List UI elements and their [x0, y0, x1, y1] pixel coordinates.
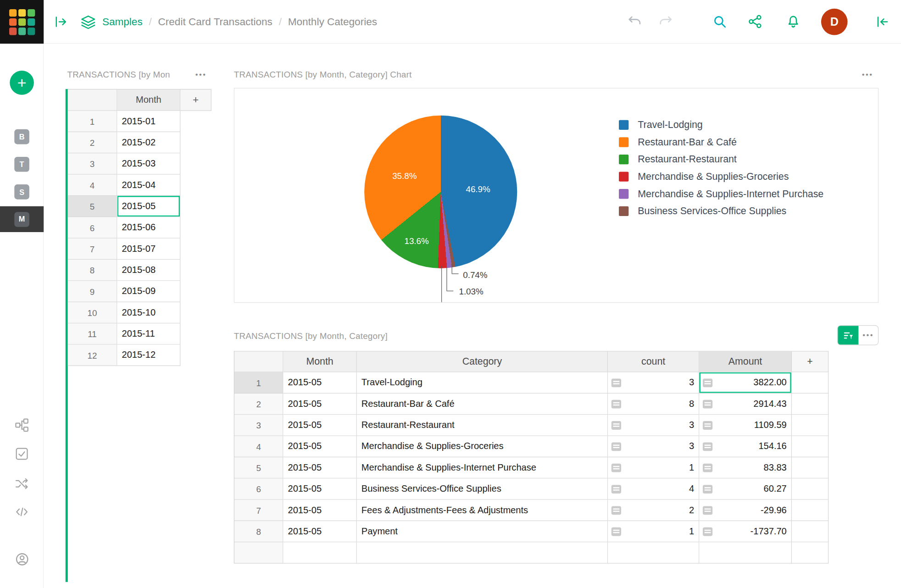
- empty-cell[interactable]: [608, 542, 699, 563]
- month-cell[interactable]: 2015-05: [284, 436, 357, 457]
- selected-month-cell[interactable]: 2015-05: [117, 196, 181, 217]
- notifications-bell-icon[interactable]: [786, 14, 800, 28]
- row-number[interactable]: 2: [68, 132, 117, 153]
- sitemap-icon[interactable]: [15, 418, 29, 432]
- sidebar-item-t[interactable]: T: [14, 157, 29, 172]
- month-cell[interactable]: 2015-02: [117, 132, 181, 153]
- legend-item[interactable]: Business Services-Office Supplies: [619, 206, 823, 216]
- count-cell[interactable]: 1: [608, 521, 699, 542]
- search-icon[interactable]: [712, 14, 726, 28]
- row-number[interactable]: 9: [68, 281, 117, 302]
- count-cell[interactable]: 1: [608, 457, 699, 478]
- count-cell[interactable]: 3: [608, 372, 699, 394]
- empty-cell[interactable]: [357, 542, 608, 563]
- empty-cell[interactable]: [792, 372, 829, 394]
- breadcrumb-sheet[interactable]: Monthly Categories: [288, 16, 377, 28]
- add-column-button[interactable]: +: [180, 89, 211, 111]
- month-cell[interactable]: 2015-09: [117, 281, 181, 302]
- row-number[interactable]: 7: [68, 239, 117, 260]
- month-cell[interactable]: 2015-03: [117, 153, 181, 174]
- count-cell[interactable]: 2: [608, 500, 699, 521]
- column-header-month[interactable]: Month: [117, 89, 181, 111]
- month-cell[interactable]: 2015-06: [117, 217, 181, 238]
- code-icon[interactable]: [15, 505, 29, 519]
- empty-cell[interactable]: [792, 500, 829, 521]
- corner-cell[interactable]: [234, 352, 283, 372]
- filter-button[interactable]: [838, 326, 858, 344]
- amount-cell[interactable]: -29.96: [699, 500, 792, 521]
- month-cell[interactable]: 2015-07: [117, 239, 181, 260]
- category-cell[interactable]: Business Services-Office Supplies: [357, 478, 608, 499]
- amount-cell[interactable]: 2914.43: [699, 394, 792, 415]
- column-header-category[interactable]: Category: [357, 352, 608, 372]
- category-cell[interactable]: Restaurant-Restaurant: [357, 415, 608, 436]
- column-header-amount[interactable]: Amount: [699, 352, 792, 372]
- empty-cell[interactable]: [699, 542, 792, 563]
- row-number[interactable]: 7: [234, 500, 283, 521]
- sidebar-item-s[interactable]: S: [14, 184, 29, 200]
- table-panel-menu[interactable]: •••: [858, 326, 878, 344]
- category-cell[interactable]: Travel-Lodging: [357, 372, 608, 394]
- empty-cell[interactable]: [792, 457, 829, 478]
- column-header-month[interactable]: Month: [284, 352, 357, 372]
- amount-cell[interactable]: 1109.59: [699, 415, 792, 436]
- month-cell[interactable]: 2015-04: [117, 175, 181, 196]
- row-number[interactable]: 2: [234, 394, 283, 415]
- breadcrumb-workbook[interactable]: Credit Card Transactions: [158, 16, 273, 28]
- share-icon[interactable]: [748, 14, 762, 28]
- month-cell[interactable]: 2015-08: [117, 260, 181, 281]
- collapse-panel-icon[interactable]: [876, 15, 890, 29]
- category-cell[interactable]: Merchandise & Supplies-Internet Purchase: [357, 457, 608, 478]
- empty-cell[interactable]: [284, 542, 357, 563]
- row-number[interactable]: 5: [234, 457, 283, 478]
- count-cell[interactable]: 3: [608, 415, 699, 436]
- legend-item[interactable]: Merchandise & Supplies-Groceries: [619, 172, 823, 182]
- month-cell[interactable]: 2015-01: [117, 111, 181, 132]
- sidebar-item-b[interactable]: B: [14, 129, 29, 144]
- account-settings-icon[interactable]: [15, 552, 29, 566]
- layers-icon[interactable]: [80, 15, 96, 29]
- row-number[interactable]: 3: [234, 415, 283, 436]
- corner-cell[interactable]: [68, 89, 117, 111]
- row-number-empty[interactable]: [234, 542, 283, 563]
- month-cell[interactable]: 2015-05: [284, 478, 357, 499]
- count-cell[interactable]: 3: [608, 436, 699, 457]
- pie-chart[interactable]: [364, 116, 517, 268]
- breadcrumb-samples[interactable]: Samples: [102, 16, 143, 28]
- row-number[interactable]: 8: [68, 260, 117, 281]
- empty-cell[interactable]: [792, 394, 829, 415]
- amount-cell[interactable]: 154.16: [699, 436, 792, 457]
- legend-item[interactable]: Restaurant-Restaurant: [619, 155, 823, 164]
- row-number[interactable]: 11: [68, 323, 117, 344]
- row-number[interactable]: 3: [68, 153, 117, 174]
- row-number[interactable]: 4: [234, 436, 283, 457]
- expand-sidebar-icon[interactable]: [54, 15, 68, 29]
- category-cell[interactable]: Restaurant-Bar & Café: [357, 394, 608, 415]
- row-number[interactable]: 12: [68, 345, 117, 366]
- month-cell[interactable]: 2015-05: [284, 457, 357, 478]
- empty-cell[interactable]: [792, 415, 829, 436]
- empty-cell[interactable]: [792, 521, 829, 542]
- legend-item[interactable]: Restaurant-Bar & Café: [619, 137, 823, 147]
- category-cell[interactable]: Merchandise & Supplies-Groceries: [357, 436, 608, 457]
- empty-cell[interactable]: [792, 436, 829, 457]
- month-cell[interactable]: 2015-05: [284, 500, 357, 521]
- row-number[interactable]: 1: [68, 111, 117, 132]
- chart-panel-menu[interactable]: •••: [862, 70, 873, 79]
- month-cell[interactable]: 2015-05: [284, 394, 357, 415]
- empty-cell[interactable]: [792, 478, 829, 499]
- add-new-button[interactable]: +: [10, 71, 34, 95]
- add-column-button[interactable]: +: [792, 352, 829, 372]
- month-cell[interactable]: 2015-11: [117, 323, 181, 344]
- category-cell[interactable]: Fees & Adjustments-Fees & Adjustments: [357, 500, 608, 521]
- redo-icon[interactable]: [658, 14, 672, 28]
- row-number[interactable]: 1: [234, 372, 283, 394]
- month-cell[interactable]: 2015-05: [284, 372, 357, 394]
- undo-icon[interactable]: [628, 14, 641, 28]
- count-cell[interactable]: 8: [608, 394, 699, 415]
- month-cell[interactable]: 2015-05: [284, 415, 357, 436]
- legend-item[interactable]: Travel-Lodging: [619, 120, 823, 130]
- column-header-count[interactable]: count: [608, 352, 699, 372]
- row-number[interactable]: 4: [68, 175, 117, 196]
- amount-cell-selected[interactable]: 3822.00: [699, 372, 792, 394]
